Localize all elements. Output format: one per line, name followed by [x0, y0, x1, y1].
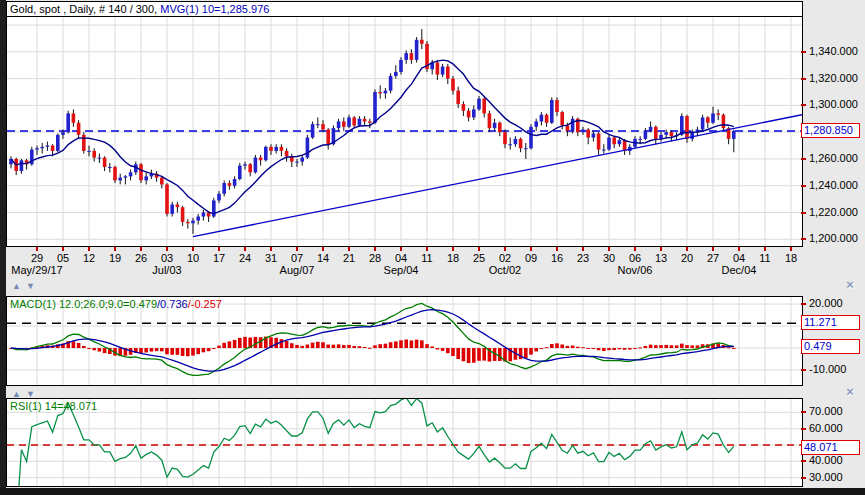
x-axis-tick-mark [712, 247, 714, 251]
moving-average-line [11, 60, 734, 214]
y-axis-tick-mark [801, 158, 806, 160]
x-axis-tick-mark [634, 247, 636, 251]
x-axis-tick-mark [296, 247, 298, 251]
x-axis-tick-mark [556, 247, 558, 251]
x-axis-day-label: 02 [493, 252, 517, 264]
x-axis-tick-mark [660, 247, 662, 251]
x-axis-month-label: Jul/03 [135, 264, 199, 276]
price-panel[interactable] [6, 16, 803, 247]
y-axis-tick-mark [801, 428, 806, 430]
x-axis-tick-mark [530, 247, 532, 251]
rsi-chart-canvas[interactable] [7, 399, 802, 486]
macd-panel-divider: ▲▼ [6, 278, 803, 295]
rsi-value-box: 48.071 [801, 440, 860, 455]
chart-title-bar: Gold, spot , Daily, # 140 / 300, MVG(1) … [6, 1, 803, 17]
x-axis-tick-mark [426, 247, 428, 251]
x-axis-month-label: May/29/17 [5, 264, 69, 276]
rsi-panel[interactable]: RSI(1) 14=48.071 [6, 398, 803, 487]
y-axis-column: 1,340.0001,320.0001,300.0001,260.0001,24… [801, 0, 865, 495]
x-axis-month-label: Sep/04 [369, 264, 433, 276]
x-axis-day-label: 16 [545, 252, 569, 264]
x-axis-day-label: 30 [597, 252, 621, 264]
x-axis-day-label: 31 [259, 252, 283, 264]
x-axis-tick-mark [504, 247, 506, 251]
trend-line[interactable] [193, 115, 802, 237]
x-axis-tick-mark [686, 247, 688, 251]
x-axis-day-label: 23 [571, 252, 595, 264]
y-axis-tick-mark [801, 369, 806, 371]
macd-value-box: 11.271 [801, 315, 860, 330]
price-axis-label: 1,260.000 [809, 152, 858, 164]
x-axis-day-label: 11 [415, 252, 439, 264]
x-axis-day-label: 07 [285, 252, 309, 264]
x-axis-day-label: 14 [311, 252, 335, 264]
macd-axis-label: -10.000 [809, 363, 846, 375]
macd-label: MACD(1) 12.0;26.0;9.0=0.479/0.736/-0.257 [10, 298, 222, 310]
x-axis-tick-mark [348, 247, 350, 251]
x-axis-tick-mark [114, 247, 116, 251]
chart-title: Gold, spot , Daily, # 140 / 300, [10, 3, 157, 15]
window-frame-bottom [0, 488, 865, 495]
arrow-up-icon[interactable]: ▲ [12, 281, 26, 291]
x-axis-day-label: 25 [467, 252, 491, 264]
x-axis-month-label: Oct/02 [473, 264, 537, 276]
macd-value-main: MACD(1) 12.0;26.0;9.0=0.479 [10, 298, 157, 310]
x-axis-day-label: 03 [155, 252, 179, 264]
x-axis-day-label: 04 [389, 252, 413, 264]
y-axis-tick-mark [801, 212, 806, 214]
macd-panel-move-icons[interactable]: ▲▼ [12, 281, 40, 291]
price-axis-label: 1,320.000 [809, 72, 858, 84]
price-axis-label: 1,220.000 [809, 206, 858, 218]
x-axis-month-label: Aug/07 [265, 264, 329, 276]
x-axis-day-label: 21 [337, 252, 361, 264]
x-axis-tick-mark [270, 247, 272, 251]
x-axis-tick-mark [62, 247, 64, 251]
rsi-panel-divider: ▲▼ [6, 386, 803, 398]
x-axis-day-label: 10 [181, 252, 205, 264]
y-axis-tick-mark [801, 78, 806, 80]
rsi-axis-label: 40.000 [809, 454, 843, 466]
x-axis-day-label: 27 [701, 252, 725, 264]
x-axis-day-label: 24 [233, 252, 257, 264]
x-axis-tick-mark [36, 247, 38, 251]
x-axis-tick-mark [764, 247, 766, 251]
y-axis-tick-mark [801, 477, 806, 479]
macd-value-hist: /-0.257 [188, 298, 222, 310]
x-axis-tick-mark [738, 247, 740, 251]
x-axis-tick-mark [790, 247, 792, 251]
x-axis: 2905121926031017243107142128041118250209… [6, 247, 803, 278]
macd-signal-line [11, 310, 734, 372]
x-axis-day-label: 06 [623, 252, 647, 264]
price-axis-label: 1,240.000 [809, 179, 858, 191]
macd-chart-canvas[interactable] [7, 297, 802, 385]
price-chart-canvas[interactable] [7, 17, 802, 246]
price-axis-label: 1,300.000 [809, 98, 858, 110]
rsi-axis-label: 30.000 [809, 471, 843, 483]
macd-value-box: 0.479 [801, 339, 860, 354]
y-axis-tick-mark [801, 303, 806, 305]
x-axis-day-label: 18 [779, 252, 803, 264]
price-axis-label: 1,200.000 [809, 232, 858, 244]
x-axis-tick-mark [140, 247, 142, 251]
y-axis-tick-mark [801, 411, 806, 413]
rsi-axis-label: 70.000 [809, 405, 843, 417]
x-axis-tick-mark [192, 247, 194, 251]
x-axis-day-label: 20 [675, 252, 699, 264]
x-axis-tick-mark [322, 247, 324, 251]
x-axis-tick-mark [400, 247, 402, 251]
x-axis-tick-mark [374, 247, 376, 251]
rsi-axis-label: 60.000 [809, 422, 843, 434]
x-axis-day-label: 28 [363, 252, 387, 264]
y-axis-tick-mark [801, 460, 806, 462]
x-axis-day-label: 26 [129, 252, 153, 264]
x-axis-tick-mark [452, 247, 454, 251]
x-axis-tick-mark [478, 247, 480, 251]
macd-panel[interactable]: MACD(1) 12.0;26.0;9.0=0.479/0.736/-0.257 [6, 296, 803, 386]
mvg-value-label: MVG(1) 10=1,285.976 [160, 3, 269, 15]
arrow-down-icon[interactable]: ▼ [26, 281, 40, 291]
grid-lines [7, 399, 802, 486]
macd-axis-label: 20.000 [809, 297, 843, 309]
y-axis-tick-mark [801, 185, 806, 187]
x-axis-day-label: 17 [207, 252, 231, 264]
x-axis-tick-mark [244, 247, 246, 251]
